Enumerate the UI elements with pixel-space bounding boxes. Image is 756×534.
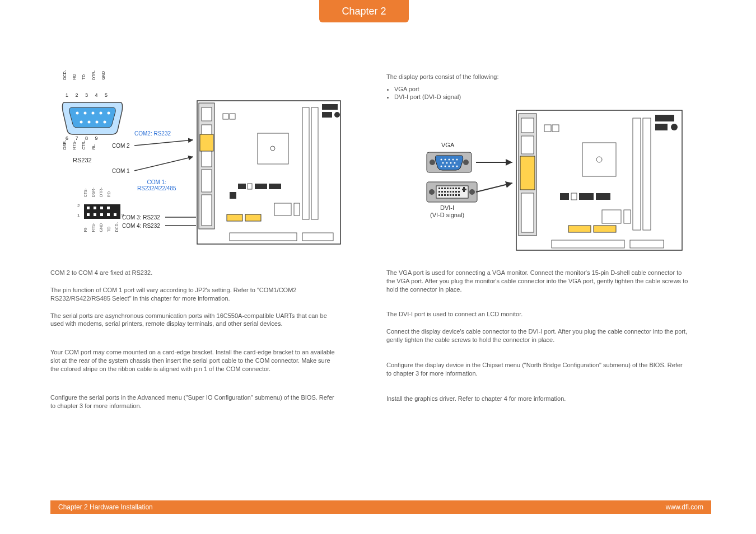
footer-bar: Chapter 2 Hardware Installation www.dfi.…: [50, 500, 711, 514]
svg-point-37: [334, 112, 340, 118]
svg-rect-29: [202, 195, 212, 226]
left-p4: Your COM port may come mounted on a card…: [50, 348, 339, 373]
svg-rect-43: [230, 114, 235, 119]
svg-rect-41: [245, 214, 261, 221]
svg-rect-122: [596, 193, 610, 200]
list-item-vga: VGA port: [394, 86, 689, 92]
svg-line-20: [134, 157, 193, 171]
page: Chapter 2 DCD- RD TD DTR- GND 1 2 3 4 5: [0, 0, 756, 534]
svg-rect-116: [594, 226, 616, 232]
svg-rect-50: [230, 192, 236, 199]
display-ports-list: VGA port DVI-I port (DVI-D signal): [386, 86, 689, 100]
svg-rect-109: [643, 118, 651, 230]
svg-rect-115: [568, 226, 591, 232]
right-p1: The VGA port is used for connecting a VG…: [386, 269, 689, 294]
svg-rect-106: [582, 143, 616, 176]
svg-rect-42: [223, 114, 228, 119]
svg-rect-103: [521, 136, 534, 154]
svg-rect-117: [544, 125, 551, 132]
svg-rect-105: [521, 193, 534, 232]
svg-rect-40: [227, 214, 242, 221]
right-diagram: VGA: [386, 109, 678, 252]
svg-rect-48: [274, 203, 291, 216]
right-p5: Install the graphics driver. Refer to ch…: [386, 395, 689, 403]
svg-rect-31: [258, 133, 288, 164]
svg-line-99: [476, 183, 512, 192]
svg-point-112: [671, 124, 678, 130]
right-p4: Configure the display device in the Chip…: [386, 361, 689, 378]
left-p2: The pin function of COM 1 port will vary…: [50, 286, 339, 303]
svg-rect-104: [520, 156, 535, 190]
right-p2: The DVI-I port is used to connect an LCD…: [386, 310, 689, 318]
svg-rect-49: [294, 203, 300, 216]
svg-rect-35: [322, 104, 338, 110]
svg-rect-120: [571, 193, 577, 200]
svg-rect-46: [255, 184, 267, 189]
right-column: The display ports consist of the followi…: [386, 73, 689, 411]
svg-rect-123: [602, 210, 621, 223]
svg-rect-34: [311, 107, 318, 219]
footer-left: Chapter 2 Hardware Installation: [58, 503, 153, 511]
right-p3: Connect the display device's cable conne…: [386, 327, 689, 344]
footer-right: www.dfi.com: [666, 503, 703, 511]
svg-rect-102: [521, 118, 534, 133]
svg-rect-110: [655, 115, 674, 121]
svg-line-19: [134, 140, 193, 146]
left-column: DCD- RD TD DTR- GND 1 2 3 4 5: [50, 67, 339, 419]
left-diagram: DCD- RD TD DTR- GND 1 2 3 4 5: [50, 67, 339, 252]
svg-rect-36: [322, 112, 332, 118]
motherboard-icon: [196, 100, 336, 245]
svg-rect-118: [552, 125, 559, 132]
diagram-arrows: [50, 67, 196, 246]
chapter-tab: Chapter 2: [319, 0, 409, 22]
svg-rect-119: [560, 193, 569, 200]
motherboard-icon-right: [515, 109, 683, 254]
list-item-dvi: DVI-I port (DVI-D signal): [394, 93, 689, 100]
svg-rect-23: [197, 101, 340, 244]
right-intro: The display ports consist of the followi…: [386, 73, 689, 81]
svg-rect-44: [238, 184, 246, 189]
left-p1: COM 2 to COM 4 are fixed at RS232.: [50, 269, 339, 277]
svg-rect-121: [579, 193, 594, 200]
left-p5: Configure the serial ports in the Advanc…: [50, 394, 339, 410]
svg-rect-47: [269, 184, 281, 189]
svg-rect-108: [633, 118, 641, 230]
chapter-tab-text: Chapter 2: [342, 6, 386, 17]
svg-rect-111: [655, 124, 668, 130]
svg-rect-45: [248, 184, 252, 189]
svg-rect-30: [200, 134, 213, 151]
svg-rect-124: [624, 210, 631, 223]
svg-rect-25: [202, 107, 212, 121]
svg-rect-33: [302, 107, 309, 219]
svg-rect-28: [202, 170, 212, 192]
left-p3: The serial ports are asynchronous commun…: [50, 312, 339, 329]
